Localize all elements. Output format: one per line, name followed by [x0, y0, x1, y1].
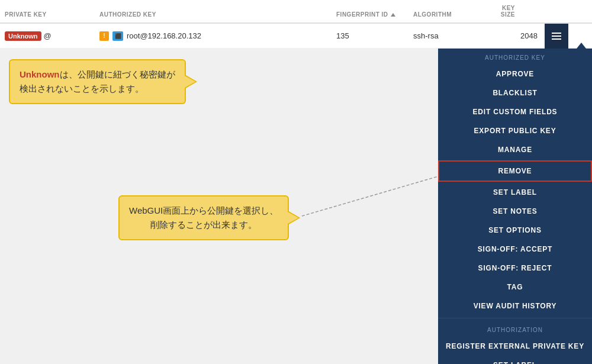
keysize-cell: 2048 [485, 31, 545, 40]
dropdown-item-edit-custom-fields[interactable]: EDIT CUSTOM FIELDS [438, 102, 592, 121]
dropdown-item-set-options[interactable]: SET OPTIONS [438, 221, 592, 240]
dropdown-item-blacklist[interactable]: BLACKLIST [438, 83, 592, 102]
fingerprint-label: FINGERPRINT ID [336, 11, 388, 18]
callout2-line2: 削除することが出来ます。 [150, 220, 257, 230]
dropdown-item-signoff-accept[interactable]: SIGN-OFF: ACCEPT [438, 240, 592, 259]
callout2-line1: WebGUI画面上から公開鍵を選択し、 [129, 205, 278, 215]
sort-arrow-icon[interactable] [391, 13, 395, 17]
dropdown-item-set-label-1[interactable]: SET LABEL [438, 183, 592, 202]
monitor-icon: ⬛ [112, 31, 123, 41]
dropdown-menu: AUTHORIZED KEY APPROVE BLACKLIST EDIT CU… [438, 49, 592, 364]
dropdown-section2-label: AUTHORIZATION [438, 321, 592, 337]
private-key-suffix: @ [44, 31, 52, 40]
unknown-badge: Unknown [5, 31, 41, 41]
col-header-keysize: KEY SIZE [485, 5, 545, 22]
dropdown-divider [438, 318, 592, 318]
connector-line [302, 176, 438, 216]
callout-box-1: Unknownは、公開鍵に紐づく秘密鍵が 検出されないことを示します。 [9, 59, 186, 104]
callout1-arrow [185, 76, 195, 88]
callout-box-2: WebGUI画面上から公開鍵を選択し、 削除することが出来ます。 [118, 195, 289, 240]
table-row: Unknown @ ! ⬛ root@192.168.20.132 135 ss… [0, 24, 592, 49]
dropdown-item-register-external[interactable]: REGISTER EXTERNAL PRIVATE KEY [438, 337, 592, 356]
callout2-arrow [288, 212, 298, 224]
callout1-unknown-word: Unknown [20, 69, 60, 79]
col-header-authorized-key: AUTHORIZED KEY [95, 11, 332, 22]
algorithm-cell: ssh-rsa [408, 31, 485, 40]
dropdown-arrow-icon [577, 43, 586, 49]
dropdown-item-export-public-key[interactable]: EXPORT PUBLIC KEY [438, 121, 592, 140]
dropdown-item-set-notes[interactable]: SET NOTES [438, 202, 592, 221]
dropdown-item-remove[interactable]: REMOVE [438, 160, 592, 182]
private-key-cell: Unknown @ [0, 31, 95, 41]
callout1-line2: 検出されないことを示します。 [20, 83, 144, 94]
warning-icon: ! [99, 31, 109, 41]
dropdown-section1-label: AUTHORIZED KEY [438, 49, 592, 65]
hamburger-icon [552, 33, 561, 40]
col-header-private-key: PRIVATE KEY [0, 11, 95, 22]
dropdown-item-set-label-2[interactable]: SET LABEL [438, 356, 592, 364]
dropdown-item-signoff-reject[interactable]: SIGN-OFF: REJECT [438, 259, 592, 278]
dropdown-item-view-audit-1[interactable]: VIEW AUDIT HISTORY [438, 297, 592, 315]
dropdown-item-manage[interactable]: MANAGE [438, 140, 592, 159]
authorized-key-cell: ! ⬛ root@192.168.20.132 [95, 31, 332, 41]
dropdown-item-tag[interactable]: TAG [438, 278, 592, 297]
col-header-fingerprint[interactable]: FINGERPRINT ID [332, 11, 408, 22]
col-header-algorithm: ALGORITHM [408, 11, 485, 22]
fingerprint-cell: 135 [332, 31, 408, 40]
menu-button[interactable] [545, 24, 568, 49]
table-header: PRIVATE KEY AUTHORIZED KEY FINGERPRINT I… [0, 0, 592, 24]
authorized-key-value: root@192.168.20.132 [127, 31, 201, 40]
dropdown-item-approve[interactable]: APPROVE [438, 65, 592, 83]
